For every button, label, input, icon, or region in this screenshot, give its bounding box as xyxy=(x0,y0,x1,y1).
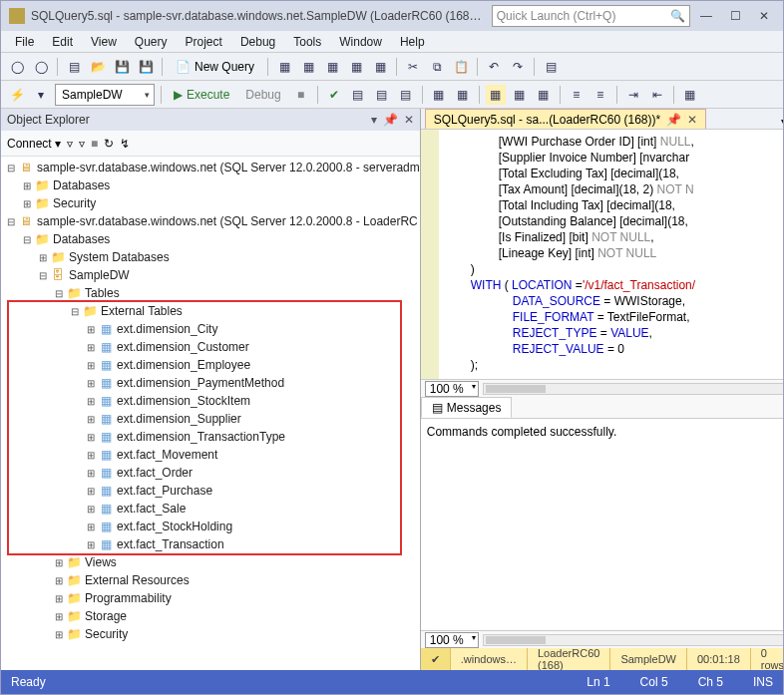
surround-icon[interactable]: ▦ xyxy=(453,85,473,105)
undo-icon[interactable]: ↶ xyxy=(484,57,504,77)
table-node[interactable]: ⊞▦ext.fact_Purchase xyxy=(1,482,420,500)
table-node[interactable]: ⊞▦ext.fact_Transaction xyxy=(1,535,420,553)
save-icon[interactable]: 💾 xyxy=(112,57,132,77)
folder-node[interactable]: ⊞📁Views xyxy=(1,553,420,571)
folder-node[interactable]: ⊞📁External Resources xyxy=(1,571,420,589)
table-node[interactable]: ⊞▦ext.dimension_City xyxy=(1,320,420,338)
expand-icon[interactable]: ⊞ xyxy=(37,252,49,263)
expand-icon[interactable]: ⊞ xyxy=(85,450,97,461)
folder-node[interactable]: ⊟📁Databases xyxy=(1,230,420,248)
folder-node[interactable]: ⊞📁Security xyxy=(1,194,420,212)
comment-icon[interactable]: ≡ xyxy=(567,85,587,105)
save-all-icon[interactable]: 💾 xyxy=(136,57,156,77)
change-connection-icon[interactable]: ⚡ xyxy=(7,85,27,105)
intellisense-icon[interactable]: ▦ xyxy=(429,85,449,105)
folder-node[interactable]: ⊞📁Databases xyxy=(1,176,420,194)
dmx-icon[interactable]: ▦ xyxy=(322,57,342,77)
paste-icon[interactable]: 📋 xyxy=(451,57,471,77)
expand-icon[interactable]: ⊟ xyxy=(69,306,81,317)
zoom-combo-2[interactable]: 100 % xyxy=(425,632,479,648)
available-db-icon[interactable]: ▾ xyxy=(31,85,51,105)
dax-icon[interactable]: ▦ xyxy=(370,57,390,77)
menu-project[interactable]: Project xyxy=(178,33,230,51)
statistics-icon[interactable]: ▤ xyxy=(396,85,416,105)
expand-icon[interactable]: ⊟ xyxy=(37,270,49,281)
open-icon[interactable]: 📂 xyxy=(88,57,108,77)
new-project-icon[interactable]: ▤ xyxy=(64,57,84,77)
indent-icon[interactable]: ⇥ xyxy=(623,85,643,105)
stop-action-icon[interactable]: ■ xyxy=(91,137,98,151)
disconnect-icon[interactable]: ▿ xyxy=(79,137,85,151)
expand-icon[interactable]: ⊞ xyxy=(21,180,33,191)
menu-query[interactable]: Query xyxy=(127,33,176,51)
expand-icon[interactable]: ⊞ xyxy=(85,360,97,371)
database-node[interactable]: ⊟🗄SampleDW xyxy=(1,266,420,284)
database-combo[interactable]: SampleDW xyxy=(55,84,155,106)
expand-icon[interactable]: ⊞ xyxy=(85,486,97,497)
expand-icon[interactable]: ⊟ xyxy=(5,216,17,227)
stop-icon[interactable]: ■ xyxy=(291,85,311,105)
table-node[interactable]: ⊞▦ext.dimension_PaymentMethod xyxy=(1,374,420,392)
nav-back-icon[interactable]: ◯ xyxy=(7,57,27,77)
table-node[interactable]: ⊞▦ext.dimension_TransactionType xyxy=(1,428,420,446)
expand-icon[interactable]: ⊞ xyxy=(53,557,65,568)
results-grid-icon[interactable]: ▦ xyxy=(486,85,506,105)
menu-window[interactable]: Window xyxy=(331,33,390,51)
expand-icon[interactable]: ⊞ xyxy=(85,432,97,443)
folder-node[interactable]: ⊞📁Programmability xyxy=(1,589,420,607)
menu-tools[interactable]: Tools xyxy=(285,33,329,51)
expand-icon[interactable]: ⊞ xyxy=(53,629,65,640)
close-panel-icon[interactable]: ✕ xyxy=(404,113,414,127)
quick-launch-input[interactable]: Quick Launch (Ctrl+Q) 🔍 xyxy=(492,5,690,27)
expand-icon[interactable]: ⊞ xyxy=(85,468,97,479)
folder-node[interactable]: ⊟📁External Tables xyxy=(1,302,420,320)
menu-file[interactable]: File xyxy=(7,33,42,51)
table-node[interactable]: ⊞▦ext.fact_Order xyxy=(1,464,420,482)
activity-monitor-icon[interactable]: ▤ xyxy=(541,57,561,77)
folder-node[interactable]: ⊟📁Tables xyxy=(1,284,420,302)
uncomment-icon[interactable]: ≡ xyxy=(590,85,610,105)
editor-tab[interactable]: SQLQuery5.sql - sa...(LoaderRC60 (168))*… xyxy=(425,109,706,129)
pin-icon[interactable]: 📌 xyxy=(383,113,398,127)
expand-icon[interactable]: ⊞ xyxy=(85,396,97,407)
connect-button[interactable]: Connect ▾ xyxy=(7,137,61,151)
debug-button[interactable]: Debug xyxy=(239,88,286,102)
expand-icon[interactable]: ⊞ xyxy=(21,198,33,209)
horizontal-scrollbar[interactable] xyxy=(483,383,783,395)
folder-node[interactable]: ⊞📁System Databases xyxy=(1,248,420,266)
expand-icon[interactable]: ⊞ xyxy=(85,504,97,515)
table-node[interactable]: ⊞▦ext.fact_StockHolding xyxy=(1,518,420,535)
object-explorer-tree[interactable]: ⊟🖥sample-svr.database.windows.net (SQL S… xyxy=(1,157,420,670)
execute-button[interactable]: ▶ Execute xyxy=(168,88,235,102)
cut-icon[interactable]: ✂ xyxy=(403,57,423,77)
minimize-button[interactable]: — xyxy=(700,9,712,23)
nav-fwd-icon[interactable]: ◯ xyxy=(31,57,51,77)
sync-icon[interactable]: ↯ xyxy=(120,137,130,151)
menu-help[interactable]: Help xyxy=(392,33,433,51)
server-node[interactable]: ⊟🖥sample-svr.database.windows.net (SQL S… xyxy=(1,212,420,230)
sqlcmd-icon[interactable]: ▦ xyxy=(680,85,700,105)
server-node[interactable]: ⊟🖥sample-svr.database.windows.net (SQL S… xyxy=(1,159,420,176)
expand-icon[interactable]: ⊟ xyxy=(53,288,65,299)
results-text-icon[interactable]: ▦ xyxy=(510,85,530,105)
include-plan-icon[interactable]: ▤ xyxy=(372,85,392,105)
code-editor[interactable]: [WWI Purchase Order ID] [int] NULL,[Supp… xyxy=(421,130,783,379)
expand-icon[interactable]: ⊞ xyxy=(85,539,97,550)
new-query-button[interactable]: 📄 New Query xyxy=(169,56,261,78)
zoom-combo[interactable]: 100 % xyxy=(425,381,479,397)
expand-icon[interactable]: ⊞ xyxy=(53,611,65,622)
expand-icon[interactable]: ⊞ xyxy=(85,342,97,353)
expand-icon[interactable]: ⊞ xyxy=(85,324,97,335)
refresh-icon[interactable]: ↻ xyxy=(104,137,114,151)
messages-tab[interactable]: ▤ Messages xyxy=(421,397,513,418)
mdx-icon[interactable]: ▦ xyxy=(298,57,318,77)
dropdown-icon[interactable]: ▾ xyxy=(371,113,377,127)
expand-icon[interactable]: ⊟ xyxy=(5,163,17,174)
table-node[interactable]: ⊞▦ext.fact_Movement xyxy=(1,446,420,464)
show-plan-icon[interactable]: ▤ xyxy=(348,85,368,105)
close-button[interactable]: ✕ xyxy=(759,9,769,23)
table-node[interactable]: ⊞▦ext.dimension_Employee xyxy=(1,356,420,374)
maximize-button[interactable]: ☐ xyxy=(730,9,741,23)
menu-edit[interactable]: Edit xyxy=(44,33,81,51)
tab-close-icon[interactable]: ✕ xyxy=(687,113,697,127)
